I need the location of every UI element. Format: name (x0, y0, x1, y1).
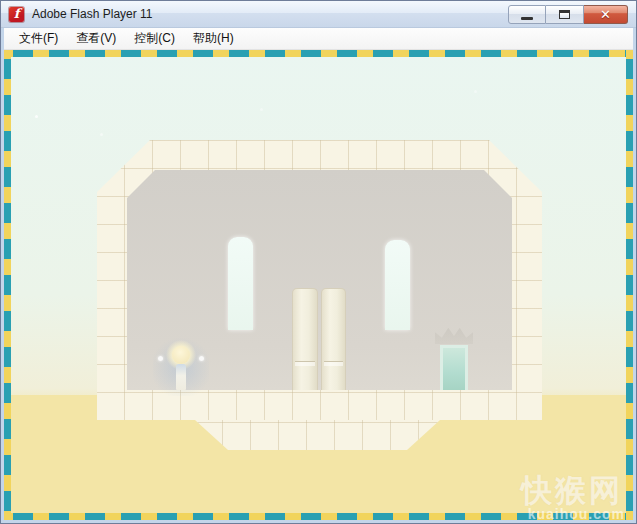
menu-item-control[interactable]: 控制(C) (125, 27, 184, 50)
selection-border-left (4, 50, 11, 520)
window-controls: ✕ (508, 5, 628, 24)
flash-player-window: f Adobe Flash Player 11 ✕ 文件(F) 查看(V) 控制… (0, 0, 637, 524)
door-panel-left[interactable] (292, 288, 318, 390)
menu-item-file[interactable]: 文件(F) (10, 27, 67, 50)
window-title: Adobe Flash Player 11 (32, 7, 153, 21)
door-band (324, 361, 344, 366)
selection-border-right (626, 50, 633, 520)
menu-item-help[interactable]: 帮助(H) (184, 27, 243, 50)
sky-star (35, 115, 38, 118)
building-foundation (195, 420, 440, 450)
sky-star (100, 133, 103, 136)
close-icon: ✕ (600, 8, 611, 21)
character-body (176, 364, 186, 390)
door-panel-right[interactable] (321, 288, 347, 390)
close-button[interactable]: ✕ (584, 5, 628, 24)
sparkle-icon (199, 356, 204, 361)
player-character[interactable] (159, 340, 203, 390)
teal-portal[interactable] (440, 345, 468, 390)
menu-bar: 文件(F) 查看(V) 控制(C) 帮助(H) (4, 28, 633, 50)
arched-window-left (228, 237, 253, 330)
menu-item-view[interactable]: 查看(V) (67, 27, 125, 50)
door-band (295, 361, 315, 366)
double-door[interactable] (292, 288, 346, 390)
flash-icon-glyph: f (14, 7, 20, 20)
sky-star (474, 90, 477, 93)
arched-window-right (385, 240, 410, 330)
maximize-icon (559, 10, 570, 19)
maximize-button[interactable] (546, 5, 584, 24)
sparkle-icon (158, 356, 163, 361)
character-head (172, 346, 190, 364)
sky-star (260, 108, 263, 111)
minimize-button[interactable] (508, 5, 546, 24)
title-bar[interactable]: f Adobe Flash Player 11 ✕ (1, 1, 636, 28)
flash-stage[interactable]: 快猴网 kuaihou.com (4, 50, 633, 520)
selection-border-top (4, 50, 633, 57)
watermark-url: kuaihou.com (528, 506, 625, 520)
flash-player-icon: f (9, 7, 24, 22)
minimize-icon (521, 17, 533, 20)
